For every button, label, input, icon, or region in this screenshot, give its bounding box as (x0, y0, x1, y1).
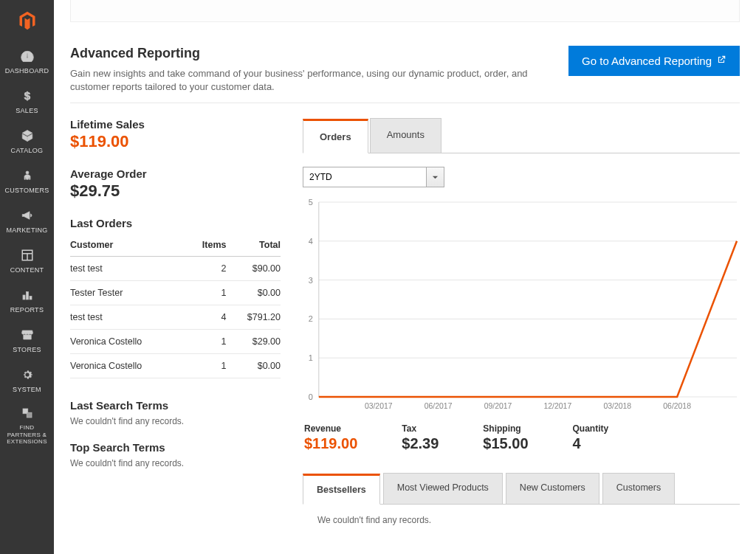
sidebar-item-partners[interactable]: FIND PARTNERS & EXTENSIONS (0, 399, 54, 451)
metric-shipping: Shipping $15.00 (483, 423, 528, 452)
metric-revenue: Revenue $119.00 (304, 423, 357, 452)
metric-label: Revenue (304, 423, 357, 434)
last-orders-title: Last Orders (70, 217, 281, 229)
cell-total: $29.00 (226, 330, 281, 354)
svg-text:$: $ (24, 89, 30, 102)
table-row[interactable]: Tester Tester 1 $0.00 (70, 281, 281, 305)
sidebar-item-label: CATALOG (11, 147, 44, 154)
advanced-reporting-section: Advanced Reporting Gain new insights and… (70, 37, 740, 103)
cell-total: $0.00 (226, 354, 281, 378)
megaphone-icon (19, 207, 35, 224)
sidebar-item-content[interactable]: CONTENT (0, 240, 54, 280)
orders-chart: 01234503/201706/201709/201712/201703/201… (300, 198, 740, 413)
sidebar-item-label: SYSTEM (13, 386, 41, 393)
tab-orders[interactable]: Orders (303, 119, 368, 153)
svg-text:5: 5 (309, 198, 313, 207)
sidebar-item-label: FIND PARTNERS & EXTENSIONS (3, 424, 51, 446)
top-search-empty: We couldn't find any records. (70, 458, 281, 468)
sidebar-item-label: STORES (13, 346, 41, 353)
table-row[interactable]: Veronica Costello 1 $0.00 (70, 354, 281, 378)
advanced-reporting-subtitle: Gain new insights and take command of yo… (70, 67, 543, 94)
col-header-items: Items (187, 234, 226, 257)
svg-text:06/2018: 06/2018 (663, 402, 691, 410)
go-to-advanced-reporting-button[interactable]: Go to Advanced Reporting (568, 46, 740, 76)
tab-most-viewed[interactable]: Most Viewed Products (383, 473, 503, 504)
main-content: Advanced Reporting Gain new insights and… (54, 0, 756, 554)
storefront-icon (19, 327, 35, 343)
sidebar-item-dashboard[interactable]: DASHBOARD (0, 41, 54, 80)
sidebar-item-catalog[interactable]: CATALOG (0, 120, 54, 160)
metric-value: $119.00 (304, 435, 357, 452)
sidebar-item-label: SALES (16, 107, 38, 114)
period-dropdown-button[interactable] (427, 167, 444, 187)
bar-chart-icon (19, 287, 35, 303)
svg-text:4: 4 (309, 237, 313, 246)
metric-value: $15.00 (483, 435, 528, 452)
svg-text:1: 1 (309, 354, 313, 363)
tab-new-customers[interactable]: New Customers (506, 473, 599, 504)
svg-text:2: 2 (309, 315, 313, 324)
tab-bestsellers[interactable]: Bestsellers (303, 474, 380, 505)
cell-customer: test test (70, 257, 187, 281)
last-search-title: Last Search Terms (70, 399, 281, 412)
admin-sidebar: DASHBOARD $ SALES CATALOG CUSTOMERS MARK… (0, 0, 54, 554)
svg-text:06/2017: 06/2017 (425, 402, 453, 410)
metric-label: Quantity (573, 423, 609, 434)
period-select[interactable] (303, 167, 427, 187)
sidebar-item-reports[interactable]: REPORTS (0, 280, 54, 319)
svg-text:12/2017: 12/2017 (544, 402, 572, 410)
dollar-icon: $ (19, 88, 35, 104)
svg-text:0: 0 (309, 392, 313, 401)
gear-icon (19, 367, 35, 383)
cell-items: 4 (187, 305, 226, 330)
svg-text:3: 3 (309, 276, 313, 285)
metric-label: Tax (402, 423, 439, 434)
external-link-icon (716, 55, 726, 67)
svg-text:03/2018: 03/2018 (603, 402, 631, 410)
chart-metrics: Revenue $119.00 Tax $2.39 Shipping $15.0… (303, 423, 740, 452)
lifetime-sales-label: Lifetime Sales (70, 118, 281, 131)
sidebar-item-marketing[interactable]: MARKETING (0, 200, 54, 240)
bestsellers-empty: We couldn't find any records. (303, 515, 740, 525)
sidebar-item-system[interactable]: SYSTEM (0, 359, 54, 399)
cell-items: 1 (187, 281, 226, 305)
cell-total: $90.00 (226, 257, 281, 281)
svg-rect-8 (26, 292, 28, 300)
last-orders-table: Customer Items Total test test 2 $90.00T… (70, 234, 281, 378)
tab-customers[interactable]: Customers (602, 473, 675, 504)
interlock-icon (19, 405, 35, 421)
layout-icon (19, 247, 35, 263)
tab-amounts[interactable]: Amounts (370, 118, 441, 153)
sidebar-item-stores[interactable]: STORES (0, 319, 54, 359)
sidebar-item-customers[interactable]: CUSTOMERS (0, 160, 54, 200)
svg-point-3 (26, 171, 29, 174)
cube-icon (19, 128, 35, 144)
advanced-reporting-title: Advanced Reporting (70, 46, 543, 61)
table-row[interactable]: Veronica Costello 1 $29.00 (70, 330, 281, 354)
magento-logo[interactable] (0, 0, 54, 41)
table-row[interactable]: test test 2 $90.00 (70, 257, 281, 281)
table-row[interactable]: test test 4 $791.20 (70, 305, 281, 330)
cell-total: $791.20 (226, 305, 281, 330)
col-header-total: Total (226, 234, 281, 257)
person-icon (19, 167, 35, 184)
cell-customer: Veronica Costello (70, 330, 187, 354)
sidebar-item-label: DASHBOARD (5, 67, 49, 75)
bottom-tabs: Bestsellers Most Viewed Products New Cus… (303, 473, 740, 505)
cell-total: $0.00 (226, 281, 281, 305)
chart-tabs: Orders Amounts (303, 118, 740, 153)
sidebar-item-sales[interactable]: $ SALES (0, 80, 54, 120)
metric-value: $2.39 (402, 435, 439, 452)
svg-rect-9 (30, 297, 32, 300)
cell-items: 1 (187, 354, 226, 378)
sidebar-item-label: REPORTS (10, 306, 44, 314)
button-label: Go to Advanced Reporting (582, 55, 712, 67)
col-header-customer: Customer (70, 234, 187, 257)
svg-text:09/2017: 09/2017 (484, 402, 512, 410)
average-order-value: $29.75 (70, 181, 281, 201)
last-search-empty: We couldn't find any records. (70, 416, 281, 426)
lifetime-sales-block: Lifetime Sales $119.00 (70, 118, 281, 151)
notice-banner (70, 0, 740, 22)
period-select-wrap (303, 167, 740, 187)
gauge-icon (19, 48, 35, 64)
